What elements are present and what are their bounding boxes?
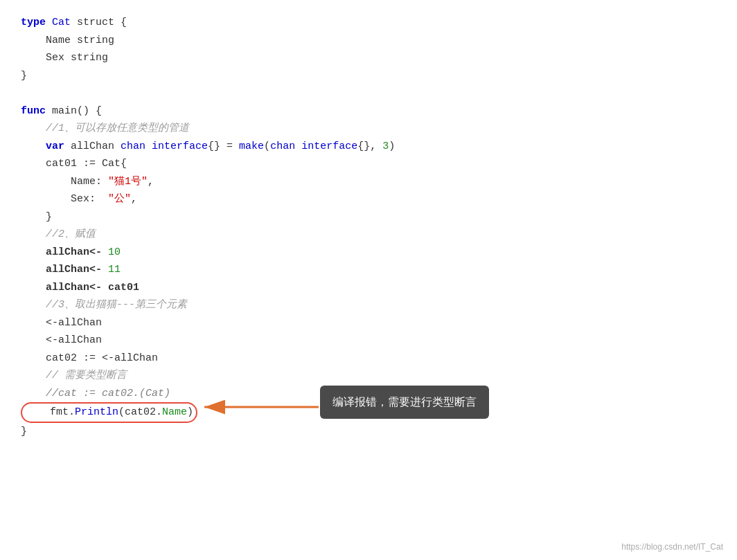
- code-line: allChan<- 11: [21, 261, 716, 279]
- code-line: type Cat struct {: [21, 14, 716, 32]
- code-line: <-allChan: [21, 332, 716, 350]
- code-line: cat01 := Cat{: [21, 155, 716, 173]
- circled-code-line: fmt.Println(cat02.Name): [21, 402, 197, 423]
- code-area: type Cat struct { Name string Sex string…: [0, 0, 737, 454]
- code-line: func main() {: [21, 102, 716, 120]
- code-line: //3、取出猫猫---第三个元素: [21, 296, 716, 314]
- code-line: allChan<- cat01: [21, 279, 716, 297]
- code-line: }: [21, 208, 716, 226]
- code-line: // 需要类型断言: [21, 367, 716, 385]
- code-line: Name: "猫1号",: [21, 173, 716, 191]
- annotation-group: 1 编译报错，需要进行类型断言: [320, 395, 335, 410]
- code-line: var allChan chan interface{} = make(chan…: [21, 138, 716, 156]
- watermark: https://blog.csdn.net/IT_Cat: [621, 542, 723, 552]
- code-line: cat02 := <-allChan: [21, 350, 716, 368]
- code-line: Sex string: [21, 49, 716, 67]
- code-line: Sex: "公",: [21, 190, 716, 208]
- code-line: <-allChan: [21, 314, 716, 332]
- code-line: Name string: [21, 32, 716, 50]
- code-line: allChan<- 10: [21, 244, 716, 262]
- code-line: //2、赋值: [21, 226, 716, 244]
- code-line: }: [21, 423, 716, 441]
- code-line: }: [21, 67, 716, 85]
- annotation-bubble: 编译报错，需要进行类型断言: [320, 386, 489, 418]
- code-line: //1、可以存放任意类型的管道: [21, 120, 716, 138]
- code-lines: type Cat struct { Name string Sex string…: [21, 14, 716, 440]
- code-line: [21, 84, 716, 102]
